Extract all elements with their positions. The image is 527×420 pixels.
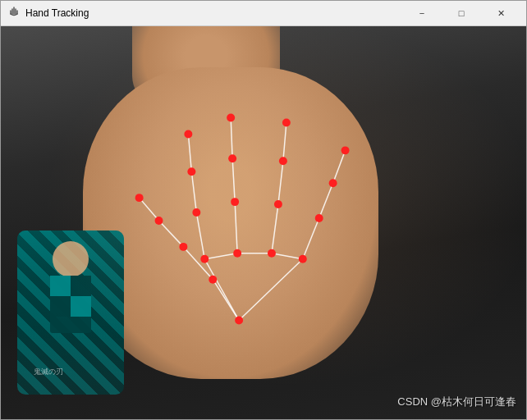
app-icon	[7, 7, 21, 20]
svg-point-38	[231, 198, 239, 206]
svg-point-31	[155, 217, 163, 225]
svg-point-44	[282, 119, 291, 127]
svg-line-22	[283, 123, 286, 162]
svg-line-17	[232, 158, 235, 202]
svg-point-42	[274, 200, 282, 208]
svg-point-46	[315, 214, 323, 222]
svg-point-34	[192, 208, 200, 217]
svg-point-33	[200, 255, 209, 263]
svg-line-13	[191, 171, 196, 212]
svg-point-47	[329, 179, 337, 187]
svg-line-21	[278, 161, 283, 204]
svg-line-12	[196, 212, 204, 259]
svg-point-43	[279, 157, 287, 165]
camera-view: 鬼滅の刃	[1, 26, 526, 419]
svg-point-36	[184, 130, 192, 138]
maximize-button[interactable]: □	[442, 1, 480, 26]
svg-line-15	[204, 253, 237, 259]
minimize-button[interactable]: −	[403, 1, 441, 26]
svg-line-18	[231, 118, 232, 159]
svg-line-8	[183, 247, 213, 280]
titlebar: Hand Tracking − □ ✕	[1, 1, 526, 26]
svg-point-30	[179, 243, 187, 251]
close-button[interactable]: ✕	[482, 1, 520, 26]
titlebar-left: Hand Tracking	[7, 7, 89, 20]
svg-point-45	[299, 255, 307, 263]
svg-point-28	[235, 317, 243, 325]
svg-line-27	[239, 259, 303, 321]
svg-line-10	[140, 198, 159, 221]
svg-point-40	[227, 114, 235, 122]
svg-point-48	[341, 146, 350, 154]
svg-line-26	[333, 150, 346, 183]
svg-line-16	[235, 202, 237, 253]
svg-line-20	[272, 204, 278, 253]
svg-point-37	[233, 249, 241, 258]
svg-line-23	[272, 253, 303, 259]
window-title: Hand Tracking	[25, 7, 89, 19]
svg-line-9	[159, 221, 184, 247]
svg-point-35	[187, 167, 195, 176]
hand-tracking-overlay	[1, 26, 526, 419]
svg-point-29	[209, 276, 217, 284]
main-window: Hand Tracking − □ ✕	[0, 0, 527, 420]
svg-line-25	[319, 183, 333, 218]
svg-line-11	[204, 259, 239, 321]
svg-point-41	[268, 249, 276, 258]
svg-line-14	[188, 134, 191, 171]
titlebar-controls: − □ ✕	[403, 1, 520, 26]
svg-point-32	[135, 194, 144, 202]
svg-point-39	[228, 154, 236, 162]
svg-line-24	[303, 218, 319, 259]
